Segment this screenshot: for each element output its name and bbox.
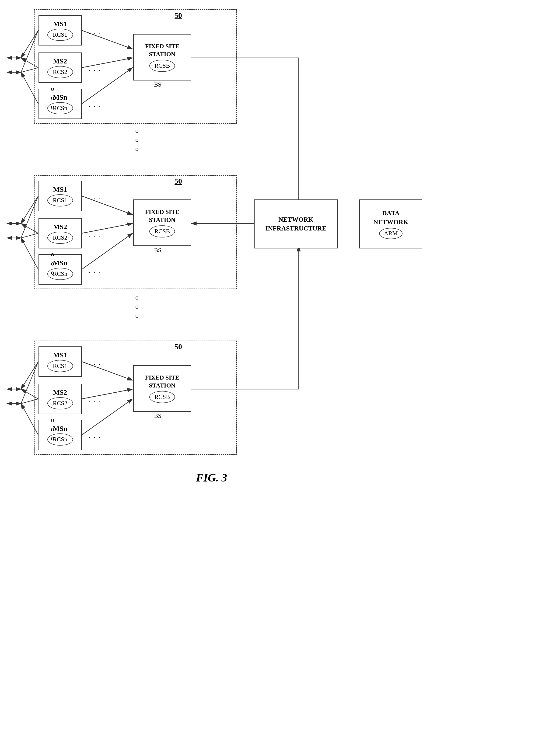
ms2-box-g3: MS2 RCS2 (39, 384, 82, 414)
msn-label-g3: MSn (53, 425, 68, 433)
hdots-g2-3: . . . (89, 266, 101, 275)
rcs1-label-g2: RCS1 (47, 194, 73, 207)
dots-g1: ooo (51, 84, 54, 112)
vdots-between-g2-g3: ooo (135, 293, 139, 320)
dots-g2: ooo (51, 250, 54, 277)
ms1-label-g2: MS1 (53, 185, 67, 193)
ms2-box-g2: MS2 RCS2 (39, 218, 82, 249)
fig-caption: FIG. 3 (196, 471, 227, 484)
fss-label1-g1: FIXED SITESTATION (145, 42, 179, 58)
ms2-label-g1: MS2 (53, 57, 67, 65)
ms1-label-g3: MS1 (53, 351, 67, 359)
hdots-g1-3: . . . (89, 100, 101, 110)
rcs1-label-g1: RCS1 (47, 29, 73, 41)
hdots-g2-1: . . . (89, 192, 101, 202)
msn-box-g2: MSn RCSn (39, 254, 82, 285)
hdots-g3-1: . . . (89, 358, 101, 367)
rcs2-label-g1: RCS2 (47, 66, 73, 78)
ms1-box-g2: MS1 RCS1 (39, 181, 82, 211)
hdots-g1-2: . . . (89, 64, 101, 73)
rcs2-label-g3: RCS2 (47, 397, 73, 409)
vdots-between-g1-g2: ooo (135, 126, 139, 154)
msn-label-g2: MSn (53, 259, 68, 267)
ms1-box-g1: MS1 RCS1 (39, 15, 82, 45)
rcs2-label-g2: RCS2 (47, 232, 73, 244)
net-infra-label: NETWORKINFRASTRUCTURE (265, 215, 326, 233)
fss-label1-g2: FIXED SITESTATION (145, 208, 179, 224)
network-infra-box: NETWORKINFRASTRUCTURE (254, 200, 338, 249)
ms2-box-g1: MS2 RCS2 (39, 52, 82, 83)
data-net-label: DATANETWORK (373, 209, 408, 226)
ms2-label-g2: MS2 (53, 223, 67, 231)
group1-label: 50 (175, 11, 182, 20)
msn-label-g1: MSn (53, 93, 68, 101)
hdots-g3-2: . . . (89, 395, 101, 404)
msn-box-g3: MSn RCSn (39, 420, 82, 450)
fig-caption-text: FIG. 3 (196, 472, 227, 484)
fss-box-g2: FIXED SITESTATION RCSB (133, 200, 191, 246)
ms1-box-g3: MS1 RCS1 (39, 346, 82, 377)
group2-label: 50 (175, 177, 182, 185)
ms2-label-g3: MS2 (53, 388, 67, 396)
rcsb-label-g1: RCSB (149, 60, 175, 72)
rcsb-label-g2: RCSB (149, 225, 175, 237)
hdots-g1-1: . . . (89, 27, 101, 36)
group3-label: 50 (175, 343, 182, 351)
diagram-container: 50 MS1 RCS1 MS2 RCS2 MSn RCSn ooo FIXED … (0, 0, 560, 743)
arm-label: ARM (379, 228, 402, 239)
fss-box-g3: FIXED SITESTATION RCSB (133, 365, 191, 412)
data-network-box: DATANETWORK ARM (359, 200, 422, 249)
msn-box-g1: MSn RCSn (39, 89, 82, 119)
hdots-g2-2: . . . (89, 230, 101, 239)
rcsb-label-g3: RCSB (149, 391, 175, 403)
hdots-g3-3: . . . (89, 431, 101, 440)
fss-label1-g3: FIXED SITESTATION (145, 374, 179, 390)
bs-label-g1: BS (154, 81, 162, 88)
rcs1-label-g3: RCS1 (47, 360, 73, 372)
dots-g3: ooo (51, 415, 54, 443)
bs-label-g3: BS (154, 412, 162, 420)
bs-label-g2: BS (154, 247, 162, 254)
ms1-label-g1: MS1 (53, 20, 67, 28)
fss-box-g1: FIXED SITESTATION RCSB (133, 34, 191, 81)
